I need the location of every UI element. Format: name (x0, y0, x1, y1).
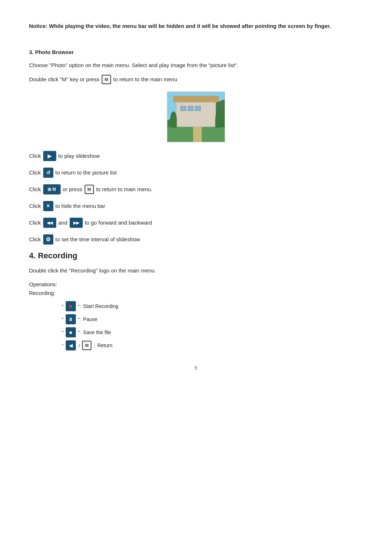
quote-open-4: " (62, 343, 64, 348)
save-icon: ■ (69, 330, 72, 335)
double-click-m-text: Double click "M" key or press (29, 75, 99, 84)
quote-open-2: " (62, 317, 64, 322)
click-label-3: Click (29, 185, 41, 194)
window3 (195, 106, 201, 111)
m-key-return-icon: M (82, 341, 91, 350)
quote-close-2: ": (78, 317, 81, 322)
click-x-row: Click to hide the menu bar (29, 201, 363, 211)
return-list-button-icon[interactable]: ↺ (43, 168, 53, 178)
next-button-icon[interactable] (70, 218, 83, 228)
nav-text: to go forward and backward (85, 219, 152, 227)
rec-row-pause: " ⏸ ": Pause (62, 314, 363, 324)
gear-button-icon[interactable] (43, 234, 53, 245)
photo-image-container (29, 91, 363, 142)
click-label-1: Click (29, 152, 41, 160)
window1 (180, 106, 186, 111)
prev-button-icon[interactable] (43, 218, 56, 228)
path-decor (193, 127, 202, 142)
building-windows (180, 106, 212, 111)
click-return-list-row: Click ↺ to return to the picture list (29, 168, 363, 178)
quote-open-3: " (62, 330, 64, 335)
pause-icon: ⏸ (68, 317, 73, 322)
click-label-2: Click (29, 169, 41, 177)
click-label-5: Click (29, 219, 41, 227)
save-label: Save the file (83, 329, 111, 335)
m-key-icon: M (102, 75, 111, 84)
double-click-m-row: Double click "M" key or press M to retur… (29, 75, 363, 84)
next-icon (73, 219, 79, 226)
menu-icon: ⊞ M (48, 186, 56, 193)
quote-close-1: ": (78, 304, 81, 309)
return-back-icon: ◀ (69, 343, 73, 348)
quote-close-4: : (94, 343, 95, 348)
building-decor (176, 102, 216, 127)
x-button-icon[interactable] (43, 201, 53, 211)
x-text: to hide the menu bar (56, 202, 106, 210)
operations-text: Operations:Recording: (29, 280, 363, 297)
gear-text: to set the time interval of slideshow (56, 235, 140, 244)
start-rec-icon: ● (69, 303, 73, 309)
save-button[interactable]: ■ (66, 327, 76, 337)
building-roof (173, 96, 219, 102)
or-press-text: or press (63, 185, 82, 194)
window2 (188, 106, 193, 111)
return-list-text: to return to the picture list (56, 169, 117, 177)
rec-row-start: " ● ": Start Recording (62, 301, 363, 311)
click-label-6: Click (29, 235, 41, 244)
prev-icon (47, 219, 53, 226)
rec-row-save: " ■ ": Save the file (62, 327, 363, 337)
click-gear-row: Click to set the time interval of slides… (29, 234, 363, 245)
photo-image (167, 91, 225, 142)
play-text: to play slideshow (58, 152, 100, 160)
slash-sep: / (79, 343, 80, 348)
play-icon (48, 152, 52, 160)
return-list-icon: ↺ (46, 169, 50, 177)
page-number: 5 (29, 365, 363, 371)
tree-left (170, 111, 177, 128)
return-label: Return (97, 342, 113, 348)
click-label-4: Click (29, 202, 41, 210)
gear-icon (46, 235, 50, 244)
section-4-title: 4. Recording (29, 251, 363, 260)
double-click-m-suffix: to return to the main menu (113, 75, 177, 84)
recording-para1: Double click the "Recording" logo on the… (29, 266, 363, 275)
pause-button[interactable]: ⏸ (66, 314, 76, 324)
notice-text: Notice: While playing the video, the men… (29, 22, 356, 30)
start-recording-label: Start Recording (83, 303, 118, 309)
and-text: and (58, 219, 68, 227)
click-menu-row: Click ⊞ M or press M to return to main m… (29, 184, 363, 194)
quote-close-3: ": (78, 330, 81, 335)
photo-browser-para1: Choose "Photo" option on the main menu. … (29, 61, 363, 70)
section-3-title: 3. Photo Browser (29, 49, 363, 55)
click-nav-row: Click and to go forward and backward (29, 218, 363, 228)
play-button-icon[interactable] (43, 151, 56, 161)
pause-label: Pause (83, 316, 98, 322)
menu-button-icon[interactable]: ⊞ M (43, 184, 61, 194)
tree-right (215, 111, 222, 128)
rec-row-return: " ◀ / M : Return (62, 340, 363, 350)
click-play-row: Click to play slideshow (29, 151, 363, 161)
start-rec-button[interactable]: ● (66, 301, 76, 311)
menu-suffix-text: to return to main menu. (96, 185, 152, 194)
quote-open-1: " (62, 304, 64, 309)
x-icon (46, 202, 50, 210)
return-back-button[interactable]: ◀ (66, 340, 76, 350)
recording-list: " ● ": Start Recording " ⏸ ": Pause " ■ … (62, 301, 363, 350)
m-key-icon-2: M (85, 185, 94, 194)
